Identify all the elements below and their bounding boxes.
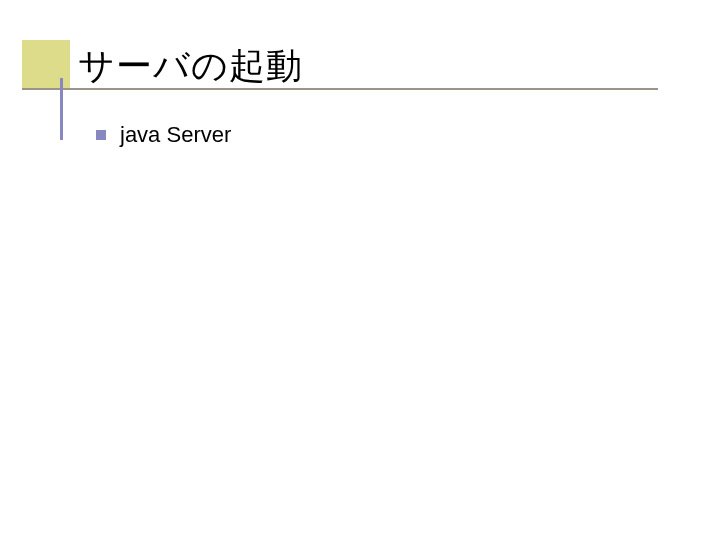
bullet-text: java Server bbox=[120, 122, 231, 148]
content-area: java Server bbox=[96, 122, 231, 148]
bullet-square-icon bbox=[96, 130, 106, 140]
title-vertical-line bbox=[60, 78, 63, 140]
slide-title: サーバの起動 bbox=[78, 42, 303, 91]
list-item: java Server bbox=[96, 122, 231, 148]
title-area: サーバの起動 bbox=[0, 36, 720, 96]
